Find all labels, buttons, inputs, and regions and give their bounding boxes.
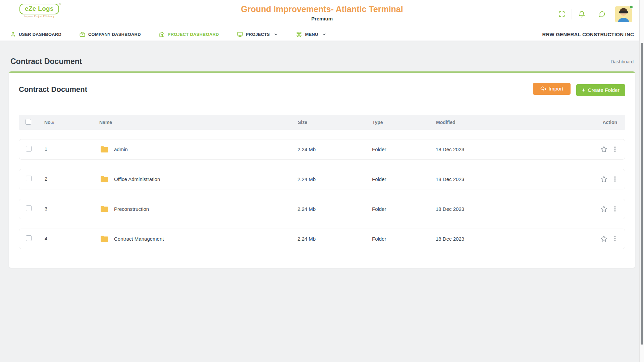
folder-name[interactable]: Contract Management <box>114 236 164 242</box>
bell-icon[interactable] <box>572 11 592 18</box>
table-row[interactable]: 3 Preconstruction 2.24 Mb Folder 18 Dec … <box>19 199 625 219</box>
panel-title: Contract Document <box>19 85 87 94</box>
home-icon <box>159 32 165 37</box>
folder-icon <box>100 145 109 153</box>
row-checkbox[interactable] <box>26 235 32 241</box>
row-modified: 18 Dec 2023 <box>436 176 570 182</box>
col-size: Size <box>298 120 372 125</box>
import-button[interactable]: Import <box>533 83 571 95</box>
table-row[interactable]: 2 Office Administration 2.24 Mb Folder 1… <box>19 169 625 189</box>
row-type: Folder <box>372 146 436 152</box>
fullscreen-icon[interactable] <box>552 11 572 17</box>
more-options-icon[interactable] <box>613 176 617 182</box>
row-modified: 18 Dec 2023 <box>436 206 570 212</box>
create-folder-button[interactable]: + Create Folder <box>576 84 625 96</box>
nav-project-dashboard[interactable]: PROJECT DASHBOARD <box>159 32 219 37</box>
command-icon <box>296 32 302 37</box>
online-status-dot <box>630 5 633 9</box>
folder-name[interactable]: admin <box>114 146 128 152</box>
table-row[interactable]: 4 Contract Management 2.24 Mb Folder 18 … <box>19 229 625 249</box>
row-type: Folder <box>372 176 436 182</box>
main-nav: USER DASHBOARD COMPANY DASHBOARD PROJECT… <box>0 28 644 41</box>
nav-label: USER DASHBOARD <box>19 32 61 37</box>
folder-icon <box>100 235 109 243</box>
table-header: No.# Name Size Type Modified Action <box>19 115 625 130</box>
col-action: Action <box>570 120 617 125</box>
favorite-star-icon[interactable] <box>600 146 607 153</box>
plus-icon: + <box>582 87 585 93</box>
favorite-star-icon[interactable] <box>600 176 607 183</box>
cloud-upload-icon <box>540 86 546 92</box>
more-options-icon[interactable] <box>613 235 617 242</box>
row-size: 2.24 Mb <box>298 146 372 152</box>
briefcase-icon <box>79 32 85 37</box>
folder-icon <box>100 205 109 213</box>
project-header: Ground Improvements- Atlantic Terminal P… <box>0 4 644 21</box>
nav-projects[interactable]: PROJECTS <box>237 32 278 37</box>
row-modified: 18 Dec 2023 <box>436 236 570 242</box>
row-checkbox[interactable] <box>26 205 32 211</box>
row-checkbox[interactable] <box>26 176 32 181</box>
nav-label: MENU <box>305 32 318 37</box>
row-type: Folder <box>372 206 436 212</box>
monitor-icon <box>237 32 243 37</box>
chevron-down-icon <box>274 32 278 37</box>
select-all-checkbox[interactable] <box>25 119 31 125</box>
col-modified: Modified <box>436 120 570 125</box>
row-type: Folder <box>372 236 436 242</box>
avatar-image <box>615 6 632 22</box>
favorite-star-icon[interactable] <box>600 205 607 213</box>
top-header: ® eZe Logs Improve Project Efficiency Gr… <box>0 0 644 28</box>
col-no: No.# <box>44 120 99 125</box>
row-number: 4 <box>45 236 100 241</box>
row-size: 2.24 Mb <box>298 176 372 182</box>
more-options-icon[interactable] <box>613 205 617 212</box>
row-size: 2.24 Mb <box>298 236 372 242</box>
scrollbar-track[interactable] <box>639 0 644 362</box>
page-content: Contract Document Dashboard Contract Doc… <box>0 41 644 268</box>
page-title: Contract Document <box>10 57 82 66</box>
row-number: 1 <box>45 146 100 152</box>
scrollbar-thumb[interactable] <box>641 43 643 345</box>
panel-actions: Import + Create Folder <box>533 83 626 96</box>
row-modified: 18 Dec 2023 <box>436 146 570 152</box>
breadcrumb[interactable]: Dashboard <box>611 59 634 64</box>
folder-name[interactable]: Office Administration <box>114 176 160 182</box>
nav-menu[interactable]: MENU <box>296 32 326 37</box>
chat-icon[interactable] <box>592 11 612 17</box>
more-options-icon[interactable] <box>613 146 617 153</box>
nav-label: PROJECTS <box>246 32 270 37</box>
nav-company-dashboard[interactable]: COMPANY DASHBOARD <box>79 32 141 37</box>
plan-badge: Premium <box>0 16 644 21</box>
row-checkbox[interactable] <box>26 146 32 152</box>
header-actions <box>552 5 632 23</box>
company-name: RRW GENERAL CONSTRUCTION INC <box>542 32 634 37</box>
favorite-star-icon[interactable] <box>600 235 607 242</box>
contract-document-panel: Contract Document Import + Create Folder… <box>9 71 635 268</box>
table-row[interactable]: 1 admin 2.24 Mb Folder 18 Dec 2023 <box>19 139 625 160</box>
folder-icon <box>100 175 109 183</box>
folder-name[interactable]: Preconstruction <box>114 206 149 212</box>
row-number: 2 <box>45 176 100 182</box>
col-name: Name <box>99 120 298 125</box>
col-type: Type <box>372 120 436 125</box>
nav-label: COMPANY DASHBOARD <box>88 32 141 37</box>
nav-label: PROJECT DASHBOARD <box>168 32 219 37</box>
row-size: 2.24 Mb <box>298 206 372 212</box>
project-title: Ground Improvements- Atlantic Terminal <box>0 4 644 14</box>
row-number: 3 <box>45 206 100 212</box>
nav-user-dashboard[interactable]: USER DASHBOARD <box>10 32 61 37</box>
user-icon <box>10 32 16 37</box>
avatar[interactable] <box>615 6 632 22</box>
chevron-down-icon <box>322 32 326 37</box>
